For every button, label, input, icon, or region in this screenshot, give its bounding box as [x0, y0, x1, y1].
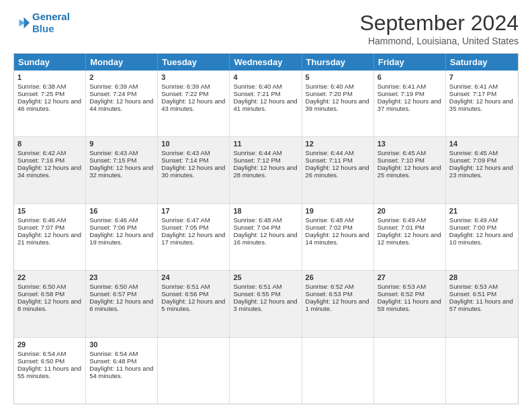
sunrise-time: Sunrise: 6:53 AM	[449, 283, 498, 290]
daylight-hours: Daylight: 11 hours and 57 minutes.	[449, 298, 513, 312]
calendar-header: Sunday Monday Tuesday Wednesday Thursday…	[14, 54, 518, 71]
calendar-cell-11: 11 Sunrise: 6:44 AM Sunset: 7:12 PM Dayl…	[230, 137, 302, 203]
calendar-cell-9: 9 Sunrise: 6:43 AM Sunset: 7:15 PM Dayli…	[86, 137, 158, 203]
day-number: 10	[161, 140, 226, 148]
calendar: Sunday Monday Tuesday Wednesday Thursday…	[13, 53, 519, 404]
calendar-cell-15: 15 Sunrise: 6:46 AM Sunset: 7:07 PM Dayl…	[14, 204, 86, 270]
sunrise-time: Sunrise: 6:40 AM	[306, 83, 354, 90]
sunset-time: Sunset: 7:00 PM	[449, 224, 496, 231]
sunrise-time: Sunrise: 6:41 AM	[449, 83, 498, 90]
daylight-hours: Daylight: 12 hours and 43 minutes.	[161, 97, 225, 112]
logo-text: General Blue	[32, 11, 70, 35]
day-number: 17	[161, 207, 226, 215]
day-number: 20	[378, 207, 442, 215]
day-number: 6	[378, 73, 442, 81]
calendar-row-5: 29 Sunrise: 6:54 AM Sunset: 6:50 PM Dayl…	[14, 338, 518, 404]
calendar-cell-23: 23 Sunrise: 6:50 AM Sunset: 6:57 PM Dayl…	[86, 271, 158, 336]
calendar-cell-16: 16 Sunrise: 6:46 AM Sunset: 7:06 PM Dayl…	[86, 204, 158, 270]
daylight-hours: Daylight: 12 hours and 3 minutes.	[233, 298, 297, 312]
daylight-hours: Daylight: 12 hours and 23 minutes.	[449, 164, 513, 179]
day-number: 12	[306, 140, 370, 148]
daylight-hours: Daylight: 11 hours and 59 minutes.	[378, 298, 441, 312]
daylight-hours: Daylight: 12 hours and 30 minutes.	[161, 164, 225, 179]
calendar-cell-4: 4 Sunrise: 6:40 AM Sunset: 7:21 PM Dayli…	[230, 71, 302, 136]
sunset-time: Sunset: 7:09 PM	[449, 156, 496, 164]
sunset-time: Sunset: 7:20 PM	[306, 90, 353, 97]
daylight-hours: Daylight: 12 hours and 32 minutes.	[89, 164, 153, 179]
calendar-cell-empty-r4c3	[230, 338, 302, 404]
sunrise-time: Sunrise: 6:54 AM	[89, 350, 138, 357]
sunrise-time: Sunrise: 6:43 AM	[161, 149, 210, 156]
sunset-time: Sunset: 6:57 PM	[89, 290, 136, 298]
header: General Blue September 2024 Hammond, Lou…	[13, 11, 519, 46]
daylight-hours: Daylight: 12 hours and 16 minutes.	[233, 231, 297, 246]
calendar-body: 1 Sunrise: 6:38 AM Sunset: 7:25 PM Dayli…	[14, 71, 518, 404]
sunset-time: Sunset: 7:02 PM	[306, 224, 353, 231]
sunrise-time: Sunrise: 6:44 AM	[306, 149, 354, 156]
day-number: 4	[233, 73, 298, 81]
calendar-cell-3: 3 Sunrise: 6:39 AM Sunset: 7:22 PM Dayli…	[158, 71, 230, 136]
calendar-row-4: 22 Sunrise: 6:50 AM Sunset: 6:58 PM Dayl…	[14, 271, 518, 337]
calendar-cell-18: 18 Sunrise: 6:48 AM Sunset: 7:04 PM Dayl…	[230, 204, 302, 270]
sunrise-time: Sunrise: 6:44 AM	[233, 149, 281, 156]
sunset-time: Sunset: 7:17 PM	[449, 90, 496, 97]
sunset-time: Sunset: 7:06 PM	[89, 224, 136, 231]
sunrise-time: Sunrise: 6:46 AM	[89, 216, 138, 224]
calendar-cell-14: 14 Sunrise: 6:45 AM Sunset: 7:09 PM Dayl…	[446, 137, 518, 203]
sunrise-time: Sunrise: 6:48 AM	[233, 216, 281, 224]
calendar-cell-21: 21 Sunrise: 6:49 AM Sunset: 7:00 PM Dayl…	[446, 204, 518, 270]
title-block: September 2024 Hammond, Louisiana, Unite…	[359, 11, 519, 46]
sunset-time: Sunset: 7:05 PM	[161, 224, 208, 231]
calendar-cell-12: 12 Sunrise: 6:44 AM Sunset: 7:11 PM Dayl…	[302, 137, 374, 203]
day-number: 23	[89, 273, 154, 281]
header-monday: Monday	[86, 54, 158, 71]
header-thursday: Thursday	[302, 54, 374, 71]
calendar-cell-5: 5 Sunrise: 6:40 AM Sunset: 7:20 PM Dayli…	[302, 71, 374, 136]
calendar-cell-26: 26 Sunrise: 6:52 AM Sunset: 6:53 PM Dayl…	[302, 271, 374, 336]
day-number: 11	[233, 140, 298, 148]
calendar-cell-6: 6 Sunrise: 6:41 AM Sunset: 7:19 PM Dayli…	[374, 71, 446, 136]
daylight-hours: Daylight: 12 hours and 1 minute.	[306, 298, 369, 312]
calendar-cell-1: 1 Sunrise: 6:38 AM Sunset: 7:25 PM Dayli…	[14, 71, 86, 136]
sunset-time: Sunset: 7:01 PM	[378, 224, 425, 231]
calendar-cell-30: 30 Sunrise: 6:54 AM Sunset: 6:48 PM Dayl…	[86, 338, 158, 404]
daylight-hours: Daylight: 12 hours and 25 minutes.	[378, 164, 441, 179]
sunrise-time: Sunrise: 6:54 AM	[17, 350, 66, 357]
sunset-time: Sunset: 7:04 PM	[233, 224, 280, 231]
sunrise-time: Sunrise: 6:39 AM	[89, 83, 138, 90]
calendar-cell-17: 17 Sunrise: 6:47 AM Sunset: 7:05 PM Dayl…	[158, 204, 230, 270]
calendar-cell-20: 20 Sunrise: 6:49 AM Sunset: 7:01 PM Dayl…	[374, 204, 446, 270]
day-number: 18	[233, 207, 298, 215]
header-tuesday: Tuesday	[158, 54, 230, 71]
daylight-hours: Daylight: 12 hours and 17 minutes.	[161, 231, 225, 246]
sunrise-time: Sunrise: 6:52 AM	[306, 283, 354, 290]
day-number: 26	[306, 273, 370, 281]
logo-icon	[13, 15, 30, 31]
day-number: 13	[378, 140, 442, 148]
sunset-time: Sunset: 7:15 PM	[89, 156, 136, 164]
daylight-hours: Daylight: 12 hours and 28 minutes.	[233, 164, 297, 179]
calendar-cell-22: 22 Sunrise: 6:50 AM Sunset: 6:58 PM Dayl…	[14, 271, 86, 336]
sunset-time: Sunset: 6:51 PM	[449, 290, 496, 298]
daylight-hours: Daylight: 12 hours and 41 minutes.	[233, 97, 297, 112]
calendar-cell-empty-r4c4	[302, 338, 374, 404]
calendar-cell-29: 29 Sunrise: 6:54 AM Sunset: 6:50 PM Dayl…	[14, 338, 86, 404]
logo: General Blue	[13, 11, 70, 35]
sunrise-time: Sunrise: 6:42 AM	[17, 149, 66, 156]
header-friday: Friday	[374, 54, 446, 71]
month-title: September 2024	[359, 11, 519, 36]
header-saturday: Saturday	[446, 54, 518, 71]
calendar-row-3: 15 Sunrise: 6:46 AM Sunset: 7:07 PM Dayl…	[14, 204, 518, 271]
calendar-cell-13: 13 Sunrise: 6:45 AM Sunset: 7:10 PM Dayl…	[374, 137, 446, 203]
sunrise-time: Sunrise: 6:41 AM	[378, 83, 426, 90]
sunrise-time: Sunrise: 6:50 AM	[17, 283, 66, 290]
sunset-time: Sunset: 7:25 PM	[17, 90, 64, 97]
sunrise-time: Sunrise: 6:49 AM	[449, 216, 498, 224]
day-number: 1	[17, 73, 82, 81]
daylight-hours: Daylight: 12 hours and 46 minutes.	[17, 97, 81, 112]
day-number: 7	[449, 73, 515, 81]
daylight-hours: Daylight: 11 hours and 54 minutes.	[89, 365, 153, 379]
calendar-cell-28: 28 Sunrise: 6:53 AM Sunset: 6:51 PM Dayl…	[446, 271, 518, 336]
sunset-time: Sunset: 7:11 PM	[306, 156, 353, 164]
day-number: 27	[378, 273, 442, 281]
